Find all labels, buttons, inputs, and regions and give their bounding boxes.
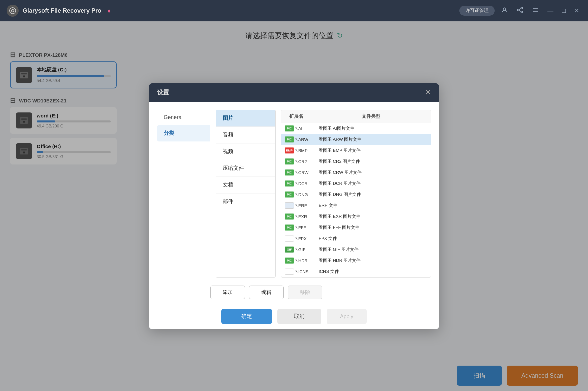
filetype-row-dng[interactable]: PIC *.DNG 看图王 DNG 图片文件 xyxy=(281,189,431,200)
ok-button[interactable]: 确定 xyxy=(221,309,272,324)
ext-hdr: *.HDR xyxy=(295,258,319,263)
svg-point-3 xyxy=(521,7,523,9)
modal-body: General 分类 图片 音频 视频 xyxy=(149,102,439,286)
svg-line-6 xyxy=(519,10,521,11)
settings-modal: 设置 ✕ General 分类 图片 xyxy=(149,83,439,329)
badge-fpx xyxy=(285,236,294,242)
filetype-row-dcr[interactable]: PIC *.DCR 看图王 DCR 图片文件 xyxy=(281,178,431,189)
desc-fpx: FPX 文件 xyxy=(319,236,429,242)
filetype-row-ai[interactable]: PIC *.AI 看图王 AI图片文件 xyxy=(281,123,431,134)
gem-icon: ♦ xyxy=(107,7,111,15)
desc-bmp: 看图王 BMP 图片文件 xyxy=(319,147,429,153)
add-button[interactable]: 添加 xyxy=(210,286,245,299)
ext-dcr: *.DCR xyxy=(295,181,319,186)
filetype-row-exr[interactable]: PIC *.EXR 看图王 EXR 图片文件 xyxy=(281,211,431,222)
badge-erf xyxy=(285,203,294,209)
desc-fff: 看图王 FFF 图片文件 xyxy=(319,225,429,231)
modal-header: 设置 ✕ xyxy=(149,83,439,102)
category-documents[interactable]: 文档 xyxy=(216,177,275,193)
filetype-row-bmp[interactable]: BMP *.BMP 看图王 BMP 图片文件 xyxy=(281,145,431,156)
ext-ai: *.AI xyxy=(295,126,319,131)
filetypes-header: 扩展名 文件类型 xyxy=(281,110,431,123)
modal-overlay: 设置 ✕ General 分类 图片 xyxy=(0,21,588,391)
modal-bottom: 添加 编辑 移除 确定 取消 Apply xyxy=(149,286,439,329)
modal-categories: 图片 音频 视频 压缩文件 文档 邮件 xyxy=(216,110,276,278)
modal-action-row: 添加 编辑 移除 xyxy=(157,286,431,299)
edit-button[interactable]: 编辑 xyxy=(249,286,284,299)
filetypes-table: 扩展名 文件类型 PIC *.AI 看图王 AI图片文件 PIC *.ARW 看… xyxy=(281,110,431,278)
badge-hdr: PIC xyxy=(285,258,294,264)
filetype-row-arw[interactable]: PIC *.ARW 看图王 ARW 图片文件 xyxy=(281,134,431,145)
modal-close-button[interactable]: ✕ xyxy=(425,89,431,96)
maximize-button[interactable]: □ xyxy=(560,6,568,16)
ext-exr: *.EXR xyxy=(295,214,319,219)
badge-arw: PIC xyxy=(285,136,294,142)
badge-fff: PIC xyxy=(285,225,294,231)
ext-fpx: *.FPX xyxy=(295,236,319,241)
desc-hdr: 看图王 HDR 图片文件 xyxy=(319,258,429,264)
header-ext: 扩展名 xyxy=(281,113,311,119)
ext-dng: *.DNG xyxy=(295,192,319,197)
modal-nav-general[interactable]: General xyxy=(157,110,210,125)
apply-button[interactable]: Apply xyxy=(327,309,367,324)
svg-point-1 xyxy=(11,9,14,12)
main-content: 请选择需要恢复文件的位置 ↻ ⊟ PLEXTOR PX-128M6 xyxy=(0,21,588,391)
minimize-button[interactable]: — xyxy=(545,6,555,16)
filetype-row-gif[interactable]: GIF *.GIF 看图王 GIF 图片文件 xyxy=(281,244,431,255)
category-compressed[interactable]: 压缩文件 xyxy=(216,160,275,177)
titlebar-left: Glarysoft File Recovery Pro ♦ xyxy=(7,5,111,17)
svg-point-5 xyxy=(521,11,523,13)
category-email[interactable]: 邮件 xyxy=(216,193,275,210)
filetype-row-fpx[interactable]: *.FPX FPX 文件 xyxy=(281,233,431,244)
filetype-row-fff[interactable]: PIC *.FFF 看图王 FFF 图片文件 xyxy=(281,222,431,233)
desc-icns: ICNS 文件 xyxy=(319,269,429,275)
ext-icns: *.ICNS xyxy=(295,269,319,274)
badge-bmp: BMP xyxy=(285,147,294,153)
svg-line-7 xyxy=(519,8,521,9)
desc-erf: ERF 文件 xyxy=(319,203,429,209)
user-icon[interactable] xyxy=(499,5,510,16)
filetype-row-icns[interactable]: *.ICNS ICNS 文件 xyxy=(281,266,431,277)
desc-dcr: 看图王 DCR 图片文件 xyxy=(319,180,429,186)
filetype-row-hdr[interactable]: PIC *.HDR 看图王 HDR 图片文件 xyxy=(281,255,431,266)
ext-fff: *.FFF xyxy=(295,225,319,230)
ext-cr2: *.CR2 xyxy=(295,159,319,164)
category-audio[interactable]: 音频 xyxy=(216,127,275,143)
close-window-button[interactable]: ✕ xyxy=(572,6,581,16)
badge-gif: GIF xyxy=(285,247,294,253)
ext-arw: *.ARW xyxy=(295,137,319,142)
ext-bmp: *.BMP xyxy=(295,148,319,153)
titlebar: Glarysoft File Recovery Pro ♦ 许可证管理 — □ … xyxy=(0,0,588,21)
license-button[interactable]: 许可证管理 xyxy=(459,6,495,16)
svg-point-0 xyxy=(10,8,16,14)
filetype-row-erf[interactable]: *.ERF ERF 文件 xyxy=(281,200,431,211)
desc-arw: 看图王 ARW 图片文件 xyxy=(319,136,429,142)
titlebar-right: 许可证管理 — □ ✕ xyxy=(459,5,581,16)
cancel-button[interactable]: 取消 xyxy=(277,309,321,324)
desc-crw: 看图王 CRW 图片文件 xyxy=(319,169,429,175)
svg-point-4 xyxy=(518,9,519,11)
desc-cr2: 看图王 CR2 图片文件 xyxy=(319,158,429,164)
modal-nav-categories[interactable]: 分类 xyxy=(157,125,210,141)
app-logo xyxy=(7,5,19,17)
badge-cr2: PIC xyxy=(285,158,294,164)
category-video[interactable]: 视频 xyxy=(216,143,275,160)
desc-gif: 看图王 GIF 图片文件 xyxy=(319,247,429,253)
modal-title: 设置 xyxy=(157,88,169,96)
badge-icns xyxy=(285,269,294,275)
ext-gif: *.GIF xyxy=(295,247,319,252)
filetype-row-crw[interactable]: PIC *.CRW 看图王 CRW 图片文件 xyxy=(281,167,431,178)
filetype-row-cr2[interactable]: PIC *.CR2 看图王 CR2 图片文件 xyxy=(281,156,431,167)
badge-dcr: PIC xyxy=(285,180,294,186)
delete-button[interactable]: 移除 xyxy=(288,286,322,299)
menu-icon[interactable] xyxy=(530,5,541,16)
badge-crw: PIC xyxy=(285,169,294,175)
badge-dng: PIC xyxy=(285,191,294,198)
desc-ai: 看图王 AI图片文件 xyxy=(319,125,429,131)
modal-confirm-row: 确定 取消 Apply xyxy=(157,306,431,324)
category-pictures[interactable]: 图片 xyxy=(216,110,275,127)
desc-dng: 看图王 DNG 图片文件 xyxy=(319,191,429,198)
badge-exr: PIC xyxy=(285,214,294,220)
header-type: 文件类型 xyxy=(311,113,431,119)
share-icon[interactable] xyxy=(515,5,525,16)
